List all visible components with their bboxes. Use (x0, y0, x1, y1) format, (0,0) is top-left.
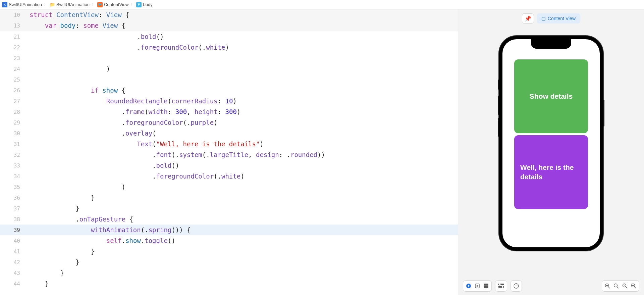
code-line[interactable]: 27 RoundedRectangle(cornerRadius: 10) (0, 96, 458, 106)
device-settings-button[interactable] (495, 280, 507, 292)
breadcrumb-folder[interactable]: SwiftUIAnimation (56, 2, 90, 7)
zoom-out-button[interactable] (605, 283, 610, 289)
zoom-group: 1 (602, 280, 639, 292)
code-line[interactable]: 21 .bold() (0, 31, 458, 42)
line-number: 36 (0, 195, 24, 201)
code-line[interactable]: 42 } (0, 257, 458, 267)
line-number: 27 (0, 98, 24, 104)
code-line[interactable]: 36 } (0, 192, 458, 203)
code-line[interactable]: 10struct ContentView: View { (0, 9, 458, 20)
code-line[interactable]: 25 (0, 74, 458, 85)
line-number: 25 (0, 77, 24, 83)
code-line[interactable]: 24 ) (0, 63, 458, 74)
code-text: self.show.toggle() (26, 237, 175, 244)
code-text: var body: some View { (26, 22, 125, 29)
line-number: 37 (0, 205, 24, 212)
code-line[interactable]: 37 } (0, 203, 458, 214)
code-line[interactable]: 34 .foregroundColor(.white) (0, 171, 458, 182)
line-number: 34 (0, 173, 24, 180)
zoom-fit-button[interactable] (613, 283, 619, 289)
breadcrumb: ⨯ SwiftUIAnimation 〉 📁 SwiftUIAnimation … (0, 0, 644, 9)
code-line[interactable]: 22 .foregroundColor(.white) (0, 42, 458, 53)
selectable-preview-button[interactable] (475, 283, 480, 289)
preview-pane: 📌 ▢ Content View Show details W (458, 9, 644, 295)
code-text: .foregroundColor(.white) (26, 44, 229, 51)
code-line[interactable]: 13 var body: some View { (0, 20, 458, 31)
line-number: 22 (0, 44, 24, 51)
line-number: 31 (0, 141, 24, 147)
chevron-right-icon: 〉 (130, 2, 135, 7)
code-line[interactable]: 23 (0, 53, 458, 63)
svg-rect-7 (486, 286, 488, 288)
breadcrumb-project[interactable]: SwiftUIAnimation (9, 2, 42, 7)
code-line[interactable]: 32 .font(.system(.largeTitle, design: .r… (0, 149, 458, 160)
code-text: .onTapGesture { (26, 215, 133, 223)
line-number: 29 (0, 119, 24, 126)
code-line[interactable]: 33 .bold() (0, 160, 458, 171)
line-number: 42 (0, 259, 24, 265)
preview-top-bar: 📌 ▢ Content View (458, 13, 644, 23)
code-text: struct ContentView: View { (26, 11, 129, 18)
code-line[interactable]: 40 self.show.toggle() (0, 235, 458, 246)
device-stage[interactable]: Show details Well, here is the details (458, 9, 644, 277)
zoom-actual-button[interactable]: 1 (622, 283, 628, 289)
property-icon: P (136, 2, 142, 7)
code-line[interactable]: 39 withAnimation(.spring()) { (0, 225, 458, 235)
circle-ellipsis-icon (514, 283, 519, 289)
svg-marker-3 (477, 285, 479, 287)
preview-toolbar: 1 (458, 277, 644, 295)
iphone-screen[interactable]: Show details Well, here is the details (502, 39, 600, 247)
preview-name-label: Content View (548, 16, 576, 21)
code-line[interactable]: 44 } (0, 278, 458, 289)
code-text: withAnimation(.spring()) { (26, 226, 191, 234)
code-line[interactable]: 31 Text("Well, here is the details") (0, 139, 458, 149)
code-text: RoundedRectangle(cornerRadius: 10) (26, 97, 237, 105)
xcode-project-icon: ⨯ (2, 2, 7, 7)
code-line[interactable]: 43 } (0, 267, 458, 278)
code-text: } (26, 205, 79, 212)
code-text: .foregroundColor(.white) (26, 173, 245, 180)
line-number: 40 (0, 238, 24, 244)
svg-point-13 (515, 286, 516, 286)
breadcrumb-file[interactable]: ContentView (104, 2, 128, 7)
preview-options-button[interactable] (511, 280, 522, 292)
zoom-in-button[interactable] (631, 283, 636, 289)
live-preview-button[interactable] (466, 283, 471, 289)
svg-point-15 (517, 286, 518, 286)
line-number: 21 (0, 34, 24, 40)
code-line[interactable]: 29 .foregroundColor(.purple) (0, 117, 458, 128)
code-line[interactable]: 26 if show { (0, 85, 458, 96)
code-editor[interactable]: 10struct ContentView: View {13 var body:… (0, 9, 458, 295)
code-text: .font(.system(.largeTitle, design: .roun… (26, 151, 325, 158)
code-text: .overlay( (26, 130, 156, 137)
power-button (603, 100, 604, 127)
line-number: 30 (0, 130, 24, 137)
code-line[interactable]: 38 .onTapGesture { (0, 214, 458, 225)
line-number: 32 (0, 152, 24, 158)
code-body[interactable]: 21 .bold()22 .foregroundColor(.white)232… (0, 31, 458, 295)
line-number: 33 (0, 162, 24, 169)
variants-preview-button[interactable] (483, 283, 489, 289)
line-number: 26 (0, 87, 24, 94)
line-number: 35 (0, 184, 24, 190)
svg-rect-5 (486, 284, 488, 286)
pin-preview-button[interactable]: 📌 (522, 13, 534, 23)
code-line[interactable]: 28 .frame(width: 300, height: 300) (0, 106, 458, 117)
main-split: 10struct ContentView: View {13 var body:… (0, 9, 644, 295)
line-number: 28 (0, 109, 24, 115)
code-line[interactable]: 35 ) (0, 182, 458, 192)
line-number: 43 (0, 270, 24, 276)
code-line[interactable]: 30 .overlay( (0, 128, 458, 139)
preview-mode-group (463, 280, 492, 292)
svg-line-20 (617, 287, 619, 288)
breadcrumb-symbol[interactable]: body (143, 2, 152, 7)
svg-point-14 (516, 286, 517, 286)
green-card[interactable]: Show details (514, 59, 588, 133)
svg-rect-4 (484, 284, 486, 286)
code-line[interactable]: 41 } (0, 246, 458, 257)
purple-card[interactable]: Well, here is the details (514, 135, 588, 209)
line-number: 24 (0, 66, 24, 72)
preview-selector-button[interactable]: ▢ Content View (537, 13, 580, 23)
code-text: .bold() (26, 162, 179, 169)
line-number: 39 (0, 227, 24, 233)
